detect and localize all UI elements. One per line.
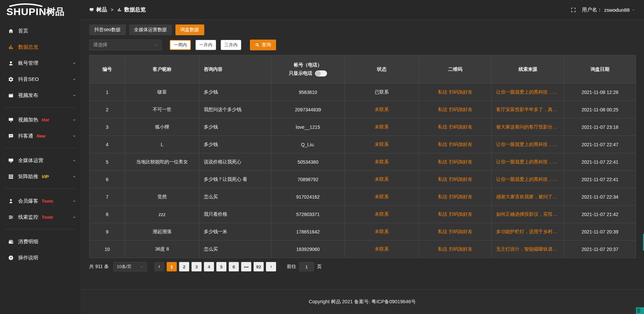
scan-add-friend-link[interactable]: 扫码加好友 — [449, 246, 473, 252]
source-link[interactable]: 让你一眼就爱上的黑科技，能... — [491, 153, 564, 171]
filter-select-value: 请选择 — [93, 42, 107, 48]
source-link[interactable]: 客厅安装投影半年多了，真实... — [491, 101, 564, 118]
sidebar-item-label: 抖客通 — [18, 133, 33, 139]
range-button-2[interactable]: 一月内 — [196, 40, 216, 50]
member-icon — [8, 198, 14, 204]
sidebar-item-label: 线索监控 — [18, 214, 38, 220]
user-menu[interactable]: 用户名：zswodun88 — [582, 7, 635, 13]
scan-add-friend-link[interactable]: 扫码加好友 — [449, 194, 473, 199]
sidebar-item-11[interactable]: 线索监控Tools — [0, 209, 80, 225]
private-message-link[interactable]: 私信 — [438, 89, 447, 95]
page-button-3[interactable]: 3 — [192, 262, 202, 271]
sidebar-item-6[interactable]: 视频加热Hot — [0, 112, 80, 128]
fullscreen-icon[interactable] — [571, 7, 576, 13]
goto-page-input[interactable]: 1 — [299, 262, 314, 271]
sidebar-item-label: 抖音SEO — [18, 76, 39, 83]
page-button-1[interactable]: 1 — [167, 262, 177, 271]
sidebar-item-7[interactable]: 抖客通New — [0, 128, 80, 144]
private-message-link[interactable]: 私信 — [438, 124, 447, 129]
account-cell: 917024162 — [271, 188, 344, 206]
scan-add-friend-link[interactable]: 扫码加好友 — [449, 159, 473, 164]
page-button-4[interactable]: 4 — [204, 262, 214, 271]
private-message-link[interactable]: 私信 — [438, 142, 447, 147]
phone-only-toggle[interactable] — [315, 70, 327, 76]
date-cell: 2021-11-08 00:25 — [564, 101, 636, 118]
scan-add-friend-link[interactable]: 扫码加好友 — [449, 89, 473, 95]
scan-add-friend-link[interactable]: 扫码加好友 — [449, 124, 473, 129]
prev-page-button[interactable] — [154, 262, 164, 271]
private-message-link[interactable]: 私信 — [438, 211, 447, 217]
sidebar-item-8[interactable]: 全媒体运营 — [0, 152, 80, 168]
page-button-6[interactable]: 6 — [229, 262, 239, 271]
source-link[interactable]: 多功能护栏灯，适用于乡村文... — [491, 223, 564, 241]
scan-add-friend-link[interactable]: 扫码加好友 — [449, 107, 473, 112]
chat-icon — [8, 133, 14, 139]
date-cell: 2021-11-07 21:42 — [564, 206, 636, 223]
total-count: 共 911 条 — [89, 264, 109, 270]
sidebar-item-12[interactable]: 消费明细 — [0, 233, 80, 250]
date-cell: 2021-11-07 22:41 — [564, 153, 636, 171]
page-button-2[interactable]: 2 — [179, 262, 189, 271]
source-link[interactable]: 如何正确选择投影仪，买投影... — [491, 206, 564, 223]
tab-1[interactable]: 抖音seo数据 — [89, 24, 126, 35]
sidebar-item-13[interactable]: ?操作说明 — [0, 250, 80, 266]
private-message-link[interactable]: 私信 — [438, 194, 447, 199]
filter-select[interactable]: 请选择 — [89, 40, 162, 50]
query-button[interactable]: 查询 — [250, 40, 276, 50]
sidebar-item-5[interactable]: 视频发布 — [0, 87, 80, 103]
sidebar-item-10[interactable]: 会员爆客Tools — [0, 193, 80, 209]
range-button-1[interactable]: 一周内 — [170, 40, 191, 50]
pages-ellipsis[interactable]: ••• — [241, 262, 251, 271]
sidebar-item-label: 矩阵助推 — [18, 173, 38, 180]
sidebar-item-1[interactable]: 首页 — [0, 23, 80, 39]
page-size-select[interactable]: 10条/页 — [113, 262, 147, 271]
scan-add-friend-link[interactable]: 扫码加好友 — [449, 229, 473, 234]
chevron-down-icon — [72, 94, 76, 97]
content-cell: 多少钱 — [199, 118, 271, 136]
status-cell: 未联系 — [344, 223, 419, 241]
scan-add-friend-link[interactable]: 扫码加好友 — [449, 142, 473, 147]
column-header-2: 客户昵称 — [125, 55, 199, 84]
private-message-link[interactable]: 私信 — [438, 229, 447, 234]
table-row: 4L多少钱Q_Liu.未联系私信扫码加好友让你一眼就爱上的黑科技，能...202… — [90, 136, 636, 153]
scan-add-friend-link[interactable]: 扫码加好友 — [449, 211, 473, 217]
range-button-3[interactable]: 三月内 — [221, 40, 241, 50]
source-link[interactable]: 无主灯设计，智能磁吸轨道灯... — [491, 241, 564, 258]
sidebar-item-3[interactable]: 账号管理 — [0, 55, 80, 71]
table-row: 7觉然怎么买917024162未联系私信扫码加好友感谢大家喜欢我家，被问了好..… — [90, 188, 636, 206]
sidebar-item-2[interactable]: 数据总览 — [0, 39, 80, 55]
column-header-7: 线索来源 — [491, 55, 564, 84]
breadcrumb-item-2[interactable]: 数据总览 — [117, 6, 146, 13]
page-button-92[interactable]: 92 — [254, 262, 264, 271]
next-page-button[interactable] — [266, 262, 276, 271]
page-button-5[interactable]: 5 — [216, 262, 226, 271]
private-message-link[interactable]: 私信 — [438, 107, 447, 112]
sidebar-item-9[interactable]: 矩阵助推VIP — [0, 168, 80, 185]
source-link[interactable]: 让你一眼就爱上的黑科技，能... — [491, 84, 564, 101]
goto-suffix: 页 — [317, 264, 322, 270]
tab-3[interactable]: 询盘数据 — [175, 24, 204, 35]
nickname-cell: 潮起潮落 — [125, 223, 199, 241]
chevron-down-icon — [154, 43, 158, 47]
sidebar-item-badge: Tools — [42, 199, 53, 204]
edge-artifact-corner — [636, 307, 644, 314]
source-link[interactable]: 让你一眼就爱上的黑科技，能... — [491, 171, 564, 188]
source-link[interactable]: 感谢大家喜欢我家，被问了好... — [491, 188, 564, 206]
scan-add-friend-link[interactable]: 扫码加好友 — [449, 176, 473, 182]
private-message-link[interactable]: 私信 — [438, 176, 447, 182]
source-link[interactable]: 被大家追着问的客厅投影分享... — [491, 118, 564, 136]
pagination: 共 911 条 10条/页 123456•••92 — [89, 262, 636, 271]
account-cell: Q_Liu. — [271, 136, 344, 153]
grid-icon — [8, 174, 14, 179]
sidebar-item-4[interactable]: 抖音SEO — [0, 71, 80, 87]
breadcrumb-item-1[interactable]: 树品 — [89, 6, 107, 13]
account-cell: 2097344839 — [271, 101, 344, 118]
sidebar-item-label: 数据总览 — [18, 44, 38, 50]
source-link[interactable]: 让你一眼就爱上的黑科技，能... — [491, 136, 564, 153]
column-header-1: 编号 — [90, 55, 125, 84]
sliders-icon — [8, 214, 14, 220]
private-message-link[interactable]: 私信 — [438, 246, 447, 252]
chevron-down-icon — [72, 215, 76, 219]
tab-2[interactable]: 全媒体运营数据 — [129, 24, 172, 35]
private-message-link[interactable]: 私信 — [438, 159, 447, 164]
